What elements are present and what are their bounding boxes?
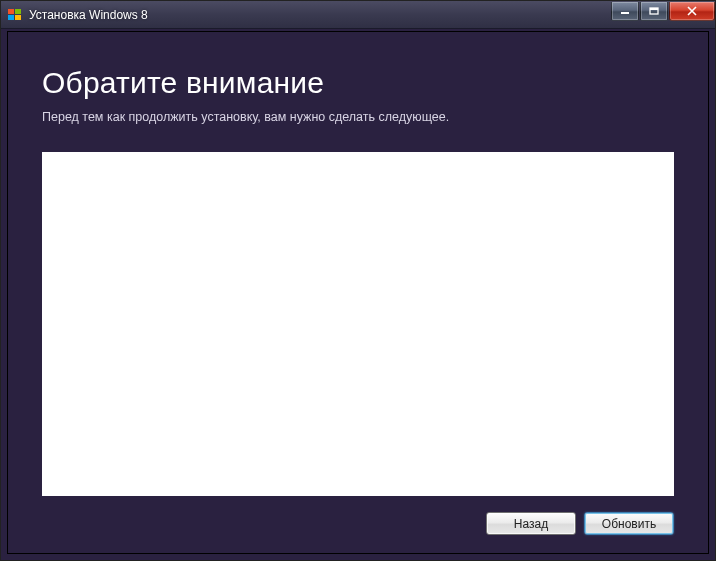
svg-rect-0 (8, 9, 14, 14)
details-panel (42, 152, 674, 496)
close-button[interactable] (669, 2, 715, 21)
svg-rect-3 (15, 15, 21, 20)
svg-rect-4 (621, 12, 629, 14)
svg-rect-1 (15, 9, 21, 14)
back-button[interactable]: Назад (486, 512, 576, 535)
maximize-button[interactable] (640, 2, 668, 21)
button-row: Назад Обновить (42, 512, 674, 535)
page-subtext: Перед тем как продолжить установку, вам … (42, 110, 674, 124)
minimize-button[interactable] (611, 2, 639, 21)
window-controls (610, 2, 715, 22)
installer-window: Установка Windows 8 Обратите внимание Пе… (0, 0, 716, 561)
svg-rect-6 (650, 8, 658, 10)
window-title: Установка Windows 8 (29, 8, 610, 22)
page-heading: Обратите внимание (42, 66, 674, 100)
svg-rect-2 (8, 15, 14, 20)
app-icon (7, 7, 23, 23)
refresh-button[interactable]: Обновить (584, 512, 674, 535)
client-area: Обратите внимание Перед тем как продолжи… (7, 31, 709, 554)
titlebar[interactable]: Установка Windows 8 (1, 1, 715, 29)
